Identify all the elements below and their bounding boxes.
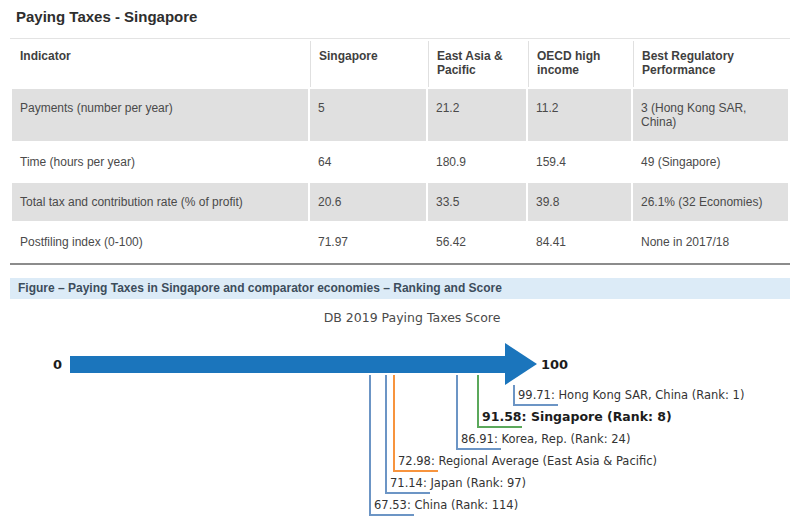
cell-indicator: Postfiling index (0-100) <box>12 223 308 261</box>
cell-value: 26.1% (32 Economies) <box>633 183 788 221</box>
score-tick-line <box>513 385 515 404</box>
axis-max-label: 100 <box>541 356 568 373</box>
cell-value: 5 <box>310 89 426 141</box>
column-header-indicator: Indicator <box>12 41 308 87</box>
figure-caption: Figure – Paying Taxes in Singapore and c… <box>10 278 790 299</box>
axis-min-label: 0 <box>34 356 62 373</box>
page-title: Paying Taxes - Singapore <box>16 8 784 25</box>
callout-leader-line <box>369 514 414 516</box>
column-header-east-asia-pacific: East Asia & Pacific <box>428 41 526 87</box>
callout-label: 86.91: Korea, Rep. (Rank: 24) <box>461 431 630 447</box>
cell-value: 180.9 <box>428 143 526 181</box>
callout-leader-line <box>513 404 558 406</box>
callout-leader-line <box>385 492 430 494</box>
indicators-table-wrap: Indicator Singapore East Asia & Pacific … <box>10 38 790 265</box>
callout-leader-line <box>393 470 438 472</box>
callout-leader-line <box>477 426 522 428</box>
cell-value: 159.4 <box>528 143 631 181</box>
cell-value: 64 <box>310 143 426 181</box>
column-header-best-regulatory-performance: Best Regulatory Performance <box>633 41 788 87</box>
callout-label: 67.53: China (Rank: 114) <box>374 497 518 513</box>
callout-label: 91.58: Singapore (Rank: 8) <box>482 409 672 425</box>
table-header-row: Indicator Singapore East Asia & Pacific … <box>12 41 788 87</box>
cell-value: 3 (Hong Kong SAR, China) <box>633 89 788 141</box>
table-row-postfiling: Postfiling index (0-100) 71.97 56.42 84.… <box>12 223 788 261</box>
cell-indicator: Total tax and contribution rate (% of pr… <box>12 183 308 221</box>
cell-value: 21.2 <box>428 89 526 141</box>
callout-label: 72.98: Regional Average (East Asia & Pac… <box>398 453 657 469</box>
column-header-oecd-high-income: OECD high income <box>528 41 631 87</box>
table-row-payments: Payments (number per year) 5 21.2 11.2 3… <box>12 89 788 141</box>
indicators-table: Indicator Singapore East Asia & Pacific … <box>10 39 790 263</box>
chart-title: DB 2019 Paying Taxes Score <box>262 310 562 325</box>
score-tick-line <box>385 375 387 492</box>
table-row-time: Time (hours per year) 64 180.9 159.4 49 … <box>12 143 788 181</box>
cell-value: 11.2 <box>528 89 631 141</box>
column-header-singapore: Singapore <box>310 41 426 87</box>
score-tick-line <box>477 375 479 426</box>
cell-value: 49 (Singapore) <box>633 143 788 181</box>
axis-arrow-body <box>70 356 507 373</box>
score-tick-line <box>369 375 371 514</box>
score-tick-line <box>456 375 458 448</box>
score-chart: DB 2019 Paying Taxes Score 0 100 99.71: … <box>0 299 800 524</box>
cell-value: 39.8 <box>528 183 631 221</box>
cell-value: 33.5 <box>428 183 526 221</box>
cell-value: 56.42 <box>428 223 526 261</box>
cell-value: None in 2017/18 <box>633 223 788 261</box>
score-tick-line <box>393 375 395 470</box>
callout-label: 99.71: Hong Kong SAR, China (Rank: 1) <box>518 387 744 403</box>
cell-value: 84.41 <box>528 223 631 261</box>
cell-value: 71.97 <box>310 223 426 261</box>
cell-value: 20.6 <box>310 183 426 221</box>
cell-indicator: Payments (number per year) <box>12 89 308 141</box>
callout-label: 71.14: Japan (Rank: 97) <box>390 475 526 491</box>
cell-indicator: Time (hours per year) <box>12 143 308 181</box>
callout-leader-line <box>456 448 501 450</box>
table-row-total-tax: Total tax and contribution rate (% of pr… <box>12 183 788 221</box>
axis-arrow-head <box>505 343 537 385</box>
